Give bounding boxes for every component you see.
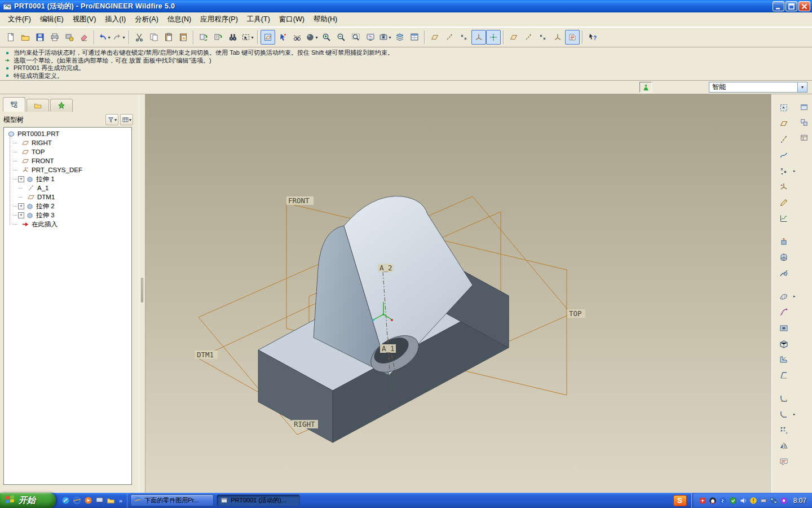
- tree-item--1[interactable]: +拉伸 1: [5, 174, 131, 183]
- start-button[interactable]: 开始: [0, 493, 56, 508]
- csys-display-button[interactable]: [471, 30, 486, 45]
- menu-window[interactable]: 窗口(W): [275, 12, 309, 27]
- antivirus-icon[interactable]: [780, 497, 788, 505]
- datum-axis-display-button[interactable]: [442, 30, 457, 45]
- dropdown-arrow-icon[interactable]: ▾: [114, 117, 117, 122]
- media-player-launcher[interactable]: [84, 496, 92, 505]
- expand-icon[interactable]: +: [18, 203, 24, 209]
- tree-item--2[interactable]: +拉伸 2: [5, 202, 131, 211]
- flyout-arrow-icon[interactable]: ▸: [793, 412, 796, 417]
- dropdown-arrow-icon[interactable]: ▾: [129, 117, 131, 122]
- round-tool-button[interactable]: [775, 391, 792, 406]
- tree-item--[interactable]: 在此插入: [5, 220, 131, 229]
- layers-button[interactable]: [392, 30, 407, 45]
- select-by-box-button[interactable]: ▾: [240, 30, 255, 45]
- menu-edit[interactable]: 编辑(E): [36, 12, 68, 27]
- window-panel-toggle-button[interactable]: [798, 101, 810, 113]
- style-tool-button[interactable]: [775, 305, 792, 319]
- shading-mode-button[interactable]: ▾: [304, 30, 319, 45]
- open-file-button[interactable]: [18, 30, 33, 45]
- dropdown-arrow-icon[interactable]: ▾: [389, 35, 391, 40]
- combo-dropdown-icon[interactable]: ▼: [797, 82, 807, 92]
- taskbar-task-button[interactable]: 下面的零件图用Pr...: [130, 494, 214, 506]
- menu-tools[interactable]: 工具(T): [242, 12, 275, 27]
- menu-analysis[interactable]: 分析(A): [130, 12, 163, 27]
- plane-tag-display-button[interactable]: [506, 30, 521, 45]
- redo-button[interactable]: ▾: [112, 30, 126, 45]
- menu-help[interactable]: 帮助(H): [309, 12, 342, 27]
- model-status-icon[interactable]: [639, 82, 652, 93]
- expand-icon[interactable]: +: [18, 212, 24, 218]
- internet-explorer-launcher[interactable]: [73, 496, 81, 505]
- sketch-tool-button[interactable]: [775, 195, 792, 210]
- dropdown-arrow-icon[interactable]: ▾: [251, 35, 253, 40]
- undo-button[interactable]: ▾: [97, 30, 112, 45]
- rib-tool-button[interactable]: [775, 352, 792, 367]
- paste-special-button[interactable]: [176, 30, 191, 45]
- sogou-pinyin-icon[interactable]: S: [673, 495, 687, 506]
- panel-splitter[interactable]: [139, 94, 145, 493]
- datum-plane-tool-button[interactable]: [775, 116, 792, 131]
- messenger-launcher[interactable]: [61, 496, 70, 505]
- audio-icon[interactable]: [739, 497, 747, 505]
- updater-icon[interactable]: [749, 497, 757, 505]
- context-help-button[interactable]: ?: [585, 30, 600, 45]
- erase-not-displayed-button[interactable]: [77, 30, 91, 45]
- tree-item-prt_csys_def[interactable]: PRT_CSYS_DEF: [5, 165, 131, 174]
- csys-tag-display-button[interactable]: [550, 30, 565, 45]
- usb-icon[interactable]: [760, 497, 767, 505]
- zoom-in-button[interactable]: [319, 30, 334, 45]
- menu-file[interactable]: 文件(F): [3, 12, 36, 27]
- refit-button[interactable]: [348, 30, 363, 45]
- datum-point-tool-button[interactable]: [775, 164, 792, 178]
- folders-launcher[interactable]: [107, 496, 115, 505]
- menu-insert[interactable]: 插入(I): [100, 12, 130, 27]
- print-button[interactable]: [47, 30, 62, 45]
- model-tree[interactable]: PRT0001.PRTRIGHTTOPFRONTPRT_CSYS_DEF+拉伸 …: [3, 127, 132, 485]
- 3d-model-view[interactable]: FRONTTOPDTM1RIGHTA_2A_1: [145, 94, 771, 493]
- axis-tag-display-button[interactable]: [521, 30, 536, 45]
- print-setup-button[interactable]: [62, 30, 77, 45]
- network-icon[interactable]: [770, 497, 778, 505]
- expand-icon[interactable]: +: [18, 176, 24, 182]
- extrude-tool-button[interactable]: [775, 234, 792, 249]
- draft-tool-button[interactable]: [775, 368, 792, 383]
- smart-select-tool-button[interactable]: [775, 100, 792, 115]
- tree-item-prt0001-prt[interactable]: PRT0001.PRT: [5, 129, 131, 138]
- regen-manager-button[interactable]: [211, 30, 226, 45]
- datum-axis-tool-button[interactable]: [775, 132, 792, 147]
- minimize-button[interactable]: [773, 1, 784, 11]
- menu-info[interactable]: 信息(N): [163, 12, 196, 27]
- favorites-tab[interactable]: [50, 99, 73, 112]
- view-manager-button[interactable]: [407, 30, 422, 45]
- tree-item-dtm1[interactable]: DTM1: [5, 192, 131, 202]
- title-bar[interactable]: PRT0001 (活动的) - Pro/ENGINEER Wildfire 5.…: [0, 0, 812, 12]
- datum-plane-display-button[interactable]: [427, 30, 442, 45]
- tree-item-a_1[interactable]: A_1: [5, 183, 131, 192]
- cut-button[interactable]: [132, 30, 147, 45]
- close-button[interactable]: [798, 1, 810, 11]
- a2-axis-label[interactable]: A_2: [378, 264, 394, 272]
- taskbar-task-button[interactable]: PRT0001 (活动的)...: [217, 494, 300, 506]
- right-plane-label[interactable]: RIGHT: [292, 420, 318, 428]
- boundary-blend-tool-button[interactable]: [775, 289, 792, 304]
- language-bar-icon[interactable]: [699, 497, 707, 505]
- sweep-tool-button[interactable]: [775, 266, 792, 281]
- copy-button[interactable]: [147, 30, 161, 45]
- tree-columns-button[interactable]: ▾: [120, 114, 133, 125]
- mirror-tool-button[interactable]: [775, 439, 792, 453]
- reorient-button[interactable]: [363, 30, 378, 45]
- shell-tool-button[interactable]: [775, 336, 792, 351]
- regenerate-button[interactable]: [196, 30, 211, 45]
- hole-tool-button[interactable]: [775, 321, 792, 335]
- tree-item-right[interactable]: RIGHT: [5, 138, 131, 147]
- annotation-tool-button[interactable]: [775, 454, 792, 469]
- zoom-out-button[interactable]: [334, 30, 348, 45]
- thunder-icon[interactable]: [719, 497, 727, 505]
- menu-applications[interactable]: 应用程序(P): [196, 12, 242, 27]
- dropdown-arrow-icon[interactable]: ▾: [315, 35, 317, 40]
- pattern-tool-button[interactable]: [775, 423, 792, 437]
- a1-axis-label[interactable]: A_1: [380, 344, 396, 353]
- paste-button[interactable]: [161, 30, 176, 45]
- model-tree-tab[interactable]: [3, 97, 25, 112]
